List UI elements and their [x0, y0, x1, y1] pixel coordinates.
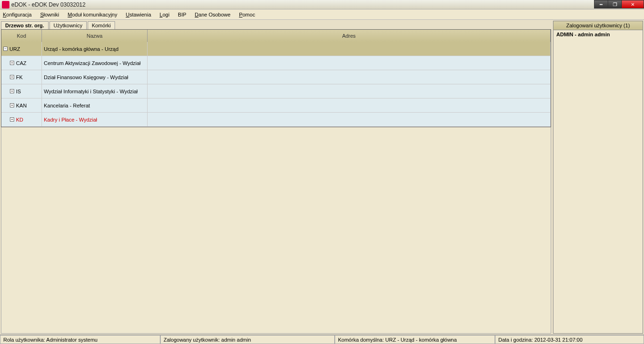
window-controls: ━ ❐ ✕ — [594, 0, 644, 8]
app-icon — [2, 1, 9, 8]
cell-adres[interactable] — [148, 70, 551, 84]
grid-header: Kod Nazwa Adres — [1, 30, 551, 42]
cell-nazwa[interactable]: Kadry i Płace - Wydział — [42, 113, 148, 126]
header-adres[interactable]: Adres — [148, 30, 551, 42]
kod-text: KAN — [16, 103, 27, 108]
side-panel: Zalogowani użytkownicy (1) ADMIN - admin… — [552, 20, 644, 335]
table-row[interactable]: +KDKadry i Płace - Wydział — [1, 113, 551, 127]
cell-kod[interactable]: +FK — [1, 70, 42, 84]
table-row[interactable]: +CAZCentrum Aktywizacji Zawodowej - Wydz… — [1, 56, 551, 70]
close-button[interactable]: ✕ — [621, 0, 644, 8]
table-row[interactable]: +FKDział Finansowo Księgowy - Wydział — [1, 70, 551, 84]
expand-icon[interactable]: + — [10, 75, 14, 79]
menu-item-3[interactable]: Ustawienia — [126, 12, 151, 17]
cell-kod[interactable]: +CAZ — [1, 56, 42, 70]
maximize-button[interactable]: ❐ — [608, 0, 622, 8]
cell-adres[interactable] — [148, 113, 551, 126]
status-datetime: Data i godzina: 2012-03-31 21:07:00 — [495, 335, 644, 344]
tab-1[interactable]: Użytkownicy — [50, 21, 87, 29]
cell-nazwa[interactable]: Urząd - komórka główna - Urząd — [42, 42, 148, 56]
cell-nazwa[interactable]: Dział Finansowo Księgowy - Wydział — [42, 70, 148, 84]
expand-icon[interactable]: + — [10, 103, 14, 107]
cell-nazwa[interactable]: Wydział Informatyki i Statystyki - Wydzi… — [42, 84, 148, 98]
menu-item-2[interactable]: Moduł komunikacyjny — [68, 12, 117, 17]
cell-nazwa[interactable]: Kancelaria - Referat — [42, 98, 148, 112]
menu-item-5[interactable]: BIP — [178, 12, 186, 17]
window-title: eDOK - eDOK Dev 03032012 — [11, 1, 85, 8]
collapse-icon[interactable]: − — [3, 47, 8, 51]
cell-kod[interactable]: +KAN — [1, 98, 42, 112]
content-area: Drzewo str. org.UżytkownicyKomórki Kod N… — [0, 20, 644, 335]
side-panel-header[interactable]: Zalogowani użytkownicy (1) — [553, 21, 643, 30]
status-default-unit: Komórka domyślna: URZ - Urząd - komórka … — [335, 335, 495, 344]
expand-icon[interactable]: + — [10, 61, 14, 65]
header-nazwa[interactable]: Nazwa — [42, 30, 148, 42]
menu-item-6[interactable]: Dane Osobowe — [195, 12, 231, 17]
side-panel-body: ADMIN - admin admin — [553, 30, 643, 334]
status-logged-user: Zalogowany użytkownik: admin admin — [160, 335, 335, 344]
menu-item-4[interactable]: Logi — [160, 12, 170, 17]
kod-text: KD — [16, 117, 23, 123]
tab-2[interactable]: Komórki — [88, 21, 115, 29]
tab-0[interactable]: Drzewo str. org. — [1, 21, 49, 29]
cell-adres[interactable] — [148, 84, 551, 98]
table-row[interactable]: −URZUrząd - komórka główna - Urząd — [1, 42, 551, 56]
menu-item-1[interactable]: Słowniki — [40, 12, 59, 17]
cell-nazwa[interactable]: Centrum Aktywizacji Zawodowej - Wydział — [42, 56, 148, 70]
grid-body: −URZUrząd - komórka główna - Urząd+CAZCe… — [1, 42, 551, 127]
logged-user-item[interactable]: ADMIN - admin admin — [556, 32, 640, 37]
cell-adres[interactable] — [148, 98, 551, 112]
cell-kod[interactable]: +IS — [1, 84, 42, 98]
tab-strip: Drzewo str. org.UżytkownicyKomórki — [1, 21, 551, 29]
kod-text: CAZ — [16, 60, 26, 66]
status-role: Rola użytkownika: Administrator systemu — [0, 335, 160, 344]
menu-item-7[interactable]: Pomoc — [239, 12, 255, 17]
minimize-button[interactable]: ━ — [594, 0, 608, 8]
kod-text: IS — [16, 89, 21, 94]
cell-adres[interactable] — [148, 42, 551, 56]
table-row[interactable]: +ISWydział Informatyki i Statystyki - Wy… — [1, 84, 551, 98]
status-bar: Rola użytkownika: Administrator systemu … — [0, 335, 644, 344]
cell-kod[interactable]: −URZ — [1, 42, 42, 56]
org-tree-grid: Kod Nazwa Adres −URZUrząd - komórka głów… — [1, 29, 551, 127]
grid-empty-area — [1, 127, 551, 334]
header-kod[interactable]: Kod — [1, 30, 42, 42]
window-titlebar: eDOK - eDOK Dev 03032012 ━ ❐ ✕ — [0, 0, 644, 9]
cell-kod[interactable]: +KD — [1, 113, 42, 126]
main-panel: Drzewo str. org.UżytkownicyKomórki Kod N… — [0, 20, 552, 335]
table-row[interactable]: +KANKancelaria - Referat — [1, 98, 551, 113]
kod-text: FK — [16, 74, 23, 80]
kod-text: URZ — [9, 46, 20, 52]
cell-adres[interactable] — [148, 56, 551, 70]
expand-icon[interactable]: + — [10, 89, 14, 93]
menu-item-0[interactable]: Konfiguracja — [3, 12, 32, 17]
expand-icon[interactable]: + — [10, 117, 14, 122]
menu-bar: KonfiguracjaSłownikiModuł komunikacyjnyU… — [0, 9, 644, 20]
